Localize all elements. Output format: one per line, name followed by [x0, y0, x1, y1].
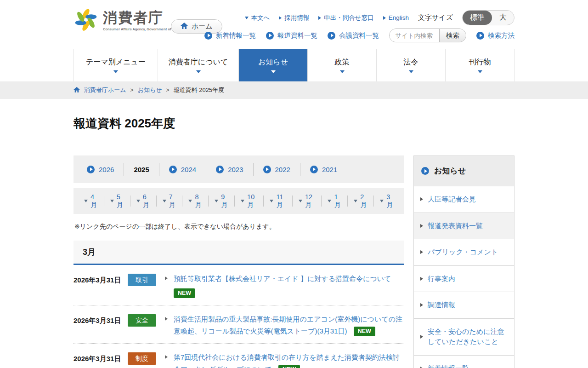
agency-logo[interactable]: 消費者庁 Consumer Affairs Agency, Government… — [74, 7, 182, 34]
page-title: 報道資料 2025年度 — [74, 115, 588, 132]
breadcrumb-separator: > — [166, 87, 170, 93]
home-icon — [181, 23, 188, 30]
month-tab-aug[interactable]: 8月 — [182, 196, 209, 207]
month-tabs: 4月 5月 6月 7月 8月 9月 10月 11月 12月 1月 2月 3月 — [74, 188, 404, 214]
caret-down-icon — [215, 200, 218, 202]
search-input[interactable] — [390, 29, 439, 42]
quick-links-nav: 新着情報一覧 報道資料一覧 会議資料一覧 検索 検索方法 — [204, 29, 514, 42]
play-circle-icon — [421, 167, 429, 175]
play-circle-icon — [476, 32, 484, 40]
english-link[interactable]: English — [383, 14, 409, 21]
sidebar-item-press-materials[interactable]: 報道発表資料一覧 — [414, 213, 514, 239]
caret-right-icon — [279, 16, 282, 20]
press-materials-list-link[interactable]: 報道資料一覧 — [266, 31, 317, 40]
play-circle-icon — [216, 166, 224, 173]
play-circle-icon — [263, 166, 271, 173]
contact-link[interactable]: 申出・問合せ窓口 — [318, 14, 373, 22]
caret-right-icon — [420, 335, 423, 339]
news-date: 2026年3月31日 — [74, 313, 124, 327]
news-row: 2026年3月31日 制度 第7回現代社会における消費者取引の在り方を踏まえた消… — [74, 344, 404, 368]
new-badge: NEW — [278, 365, 300, 368]
month-tab-apr[interactable]: 4月 — [78, 196, 104, 207]
whats-new-list-link[interactable]: 新着情報一覧 — [204, 31, 256, 40]
year-tab-2023[interactable]: 2023 — [206, 163, 253, 176]
sidebar-item-safety-caution[interactable]: 安全・安心のために注意していただきたいこと — [414, 318, 514, 355]
sidebar-item-procurement[interactable]: 調達情報 — [414, 292, 514, 318]
agency-name: 消費者庁 — [103, 10, 182, 26]
month-tab-jan[interactable]: 1月 — [322, 196, 348, 207]
year-tab-2026[interactable]: 2026 — [77, 163, 124, 176]
month-tab-jul[interactable]: 7月 — [157, 196, 183, 207]
breadcrumb-current: 報道資料 2025年度 — [174, 86, 225, 94]
caret-down-icon — [328, 200, 331, 202]
meeting-materials-list-link[interactable]: 会議資料一覧 — [328, 31, 379, 40]
nav-about[interactable]: 消費者庁について — [158, 49, 239, 81]
year-tab-2022[interactable]: 2022 — [254, 163, 300, 176]
breadcrumb-news-link[interactable]: お知らせ — [138, 86, 162, 94]
caret-down-icon — [188, 200, 192, 202]
caret-right-icon — [420, 277, 423, 281]
caret-down-icon — [340, 70, 345, 73]
year-tab-2025-current: 2025 — [124, 163, 159, 176]
play-circle-icon — [310, 166, 318, 173]
caret-right-icon — [165, 355, 168, 359]
month-tab-oct[interactable]: 10月 — [235, 196, 264, 207]
nav-news[interactable]: お知らせ — [239, 49, 308, 81]
category-badge-trade: 取引 — [128, 274, 156, 286]
breadcrumb: 消費者庁ホーム > お知らせ > 報道資料 2025年度 — [0, 81, 588, 99]
sidebar-item-press-conference[interactable]: 大臣等記者会見 — [414, 186, 514, 213]
nav-policy[interactable]: 政策 — [308, 49, 377, 81]
agency-pinwheel-icon — [74, 7, 98, 34]
font-size-standard[interactable]: 標準 — [463, 11, 492, 25]
search-button[interactable]: 検索 — [439, 29, 466, 42]
month-tab-dec[interactable]: 12月 — [293, 196, 322, 207]
breadcrumb-separator: > — [130, 87, 134, 93]
font-size-large[interactable]: 大 — [492, 11, 514, 25]
font-size-label: 文字サイズ — [418, 13, 453, 22]
category-badge-system: 制度 — [128, 352, 156, 365]
news-date: 2026年3月31日 — [74, 273, 124, 286]
month-tab-mar[interactable]: 3月 — [374, 196, 400, 207]
caret-down-icon — [271, 70, 276, 73]
month-tab-nov[interactable]: 11月 — [264, 196, 293, 207]
play-circle-icon — [87, 166, 95, 173]
month-tab-may[interactable]: 5月 — [104, 196, 130, 207]
year-tab-2024[interactable]: 2024 — [159, 163, 206, 176]
link-disclaimer-note: ※リンク先のページの一部は終了し、表示できない場合があります。 — [74, 223, 403, 231]
caret-right-icon — [420, 224, 423, 228]
month-tab-feb[interactable]: 2月 — [348, 196, 374, 207]
sidebar-item-events[interactable]: 行事案内 — [414, 265, 514, 292]
play-circle-icon — [169, 166, 177, 173]
font-size-toggle: 標準 大 — [462, 10, 514, 25]
caret-down-icon — [270, 200, 273, 202]
search-help-link[interactable]: 検索方法 — [476, 31, 514, 40]
nav-publications[interactable]: 刊行物 — [446, 49, 514, 81]
month-tab-sep[interactable]: 9月 — [209, 196, 235, 207]
breadcrumb-home-link[interactable]: 消費者庁ホーム — [84, 86, 126, 94]
caret-right-icon — [383, 16, 386, 20]
recruit-link[interactable]: 採用情報 — [279, 14, 309, 22]
category-badge-safety: 安全 — [128, 314, 156, 327]
new-badge: NEW — [354, 327, 375, 336]
news-date: 2026年3月31日 — [74, 351, 124, 365]
agency-name-en: Consumer Affairs Agency, Government of J… — [103, 27, 182, 31]
caret-right-icon — [318, 16, 321, 20]
caret-down-icon — [380, 200, 384, 202]
caret-down-icon — [299, 200, 302, 202]
sidebar-item-public-comment[interactable]: パブリック・コメント — [414, 239, 514, 265]
caret-down-icon — [84, 200, 88, 202]
news-link[interactable]: 預託等取引業者【株式会社リア・エイド 】に対する措置命令について — [174, 275, 391, 282]
nav-theme-menu[interactable]: テーマ別メニュー — [74, 49, 158, 81]
skip-to-content-link[interactable]: 本文へ — [245, 14, 270, 22]
play-circle-icon — [266, 32, 274, 40]
play-circle-icon — [204, 32, 212, 40]
utility-nav: 本文へ 採用情報 申出・問合せ窓口 English 文字サイズ 標準 大 — [245, 10, 515, 25]
nav-laws[interactable]: 法令 — [377, 49, 446, 81]
year-tabs: 2026 2025 2024 2023 2022 2021 — [74, 155, 404, 183]
year-tab-2021[interactable]: 2021 — [300, 163, 347, 176]
sidebar-item-whats-new[interactable]: 新着情報一覧 — [414, 355, 514, 368]
caret-right-icon — [165, 276, 168, 280]
month-tab-jun[interactable]: 6月 — [130, 196, 157, 207]
news-row: 2026年3月31日 安全 消費生活用製品の重大製品事故:長期使用のエアコン(室… — [74, 305, 404, 344]
caret-down-icon — [241, 200, 244, 202]
